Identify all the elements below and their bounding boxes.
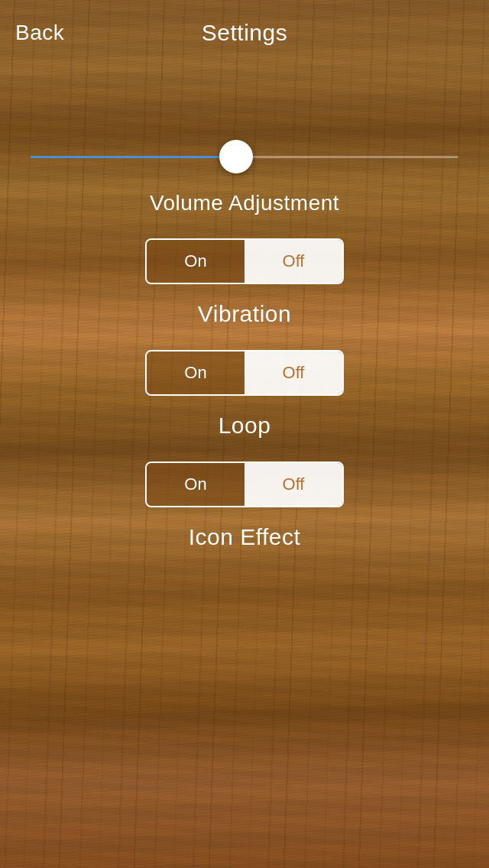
loop-group: On Off Loop: [31, 350, 458, 439]
vibration-off-button[interactable]: Off: [244, 240, 342, 283]
loop-label: Loop: [219, 413, 271, 439]
back-button[interactable]: Back: [15, 21, 64, 45]
vibration-label: Vibration: [198, 301, 291, 327]
icon-effect-label: Icon Effect: [189, 524, 301, 550]
loop-on-button[interactable]: On: [147, 351, 244, 394]
icon-effect-toggle[interactable]: On Off: [145, 462, 344, 507]
volume-slider-container[interactable]: [31, 138, 458, 176]
loop-off-button[interactable]: Off: [244, 351, 342, 394]
toggles-section: On Off Vibration On Off Loop On Off Icon…: [0, 238, 489, 558]
volume-label: Volume Adjustment: [150, 191, 339, 215]
vibration-on-button[interactable]: On: [147, 240, 244, 283]
header: Back Settings: [0, 8, 489, 53]
vibration-toggle[interactable]: On Off: [145, 238, 344, 284]
vibration-group: On Off Vibration: [31, 238, 458, 327]
icon-effect-group: On Off Icon Effect: [31, 462, 458, 550]
page-title: Settings: [202, 20, 287, 46]
icon-effect-off-button[interactable]: Off: [244, 463, 342, 506]
volume-section: Volume Adjustment: [0, 115, 489, 231]
icon-effect-on-button[interactable]: On: [147, 463, 244, 506]
loop-toggle[interactable]: On Off: [145, 350, 344, 396]
page-content: Back Settings Volume Adjustment On Off V…: [0, 0, 489, 868]
